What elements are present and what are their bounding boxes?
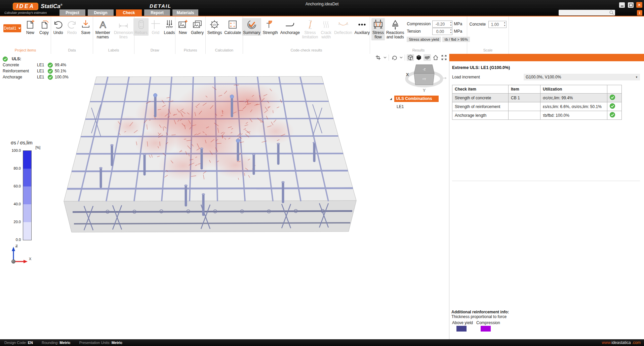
undo-icon xyxy=(52,19,64,30)
save-button[interactable]: Save xyxy=(79,18,92,36)
rotate-right-arrow-icon[interactable] xyxy=(443,77,446,79)
loads-button[interactable]: Loads xyxy=(163,18,176,36)
navigation-cube[interactable]: -Z +Y X Y xyxy=(403,59,448,93)
tension-input[interactable] xyxy=(433,28,447,35)
tab-materials[interactable]: Materials xyxy=(172,9,198,16)
load-increment-dropdown[interactable]: G100.0%, V100.0% ▼ xyxy=(524,74,640,80)
calculate-button[interactable]: + − × ÷ Calculate xyxy=(223,18,242,36)
presentation-units-status[interactable]: Presentation Units: Metric xyxy=(79,341,122,345)
strength-button[interactable]: Strength xyxy=(261,18,279,36)
legend-tick: 60.0 xyxy=(9,184,21,188)
tension-stepper[interactable]: ▲▼ xyxy=(432,28,452,35)
redo-button[interactable]: Redo xyxy=(65,18,79,36)
tb-fbd-toggle[interactable]: τb / fbd > 95% xyxy=(442,37,470,42)
logo-statica: StatiCa® xyxy=(41,3,62,10)
summary-button[interactable]: Summary xyxy=(242,18,261,36)
group-label-data: Data xyxy=(51,48,93,54)
maximize-button[interactable] xyxy=(628,2,634,8)
group-label-calculation: Calculation xyxy=(206,48,243,54)
table-row-anchorage-length[interactable]: Anchorage length τb/fbd: 100.0% xyxy=(452,111,622,120)
gallery-icon xyxy=(192,19,203,30)
cube-front-label: +Y xyxy=(422,77,426,81)
new-project-item-button[interactable]: New xyxy=(24,18,37,36)
deflection-button[interactable]: Deflection xyxy=(333,18,353,36)
undo-button[interactable]: Undo xyxy=(51,18,65,36)
grid-button[interactable]: Grid xyxy=(149,18,162,36)
stress-flow-button[interactable]: Stress flow xyxy=(371,18,385,40)
info-button[interactable]: i xyxy=(637,10,642,15)
concrete-scale-stepper[interactable]: ▲▼ xyxy=(488,21,507,28)
stress-above-yield-toggle[interactable]: Stress above yield xyxy=(407,37,441,42)
compression-stepper[interactable]: ▲▼ xyxy=(432,21,452,28)
dropdown-icon: ▼ xyxy=(635,76,638,79)
crack-width-icon xyxy=(320,19,332,30)
tab-report[interactable]: Report xyxy=(144,9,170,16)
col-header-item: Item xyxy=(509,85,540,94)
spinner-up-icon[interactable]: ▲ xyxy=(450,21,452,24)
clip-tool-dropdown[interactable] xyxy=(383,54,387,61)
uls-load-case: LE1 xyxy=(37,75,46,79)
legend-tick: 20.0 xyxy=(9,220,21,224)
spinner-down-icon[interactable]: ▼ xyxy=(450,24,452,27)
tab-check[interactable]: Check xyxy=(116,9,142,16)
tree-root-row[interactable]: ULS Combinations xyxy=(389,96,439,102)
spinner-down-icon[interactable]: ▼ xyxy=(504,24,506,27)
anchorage-button[interactable]: Anchorage xyxy=(279,18,301,36)
detail-selector-button[interactable]: Detail1 xyxy=(3,24,21,32)
picture-new-button[interactable]: New xyxy=(176,18,190,36)
tree-root-uls-combinations[interactable]: ULS Combinations xyxy=(394,96,439,102)
3d-scene[interactable] xyxy=(0,54,449,339)
copy-button[interactable]: Copy xyxy=(37,18,51,36)
chevron-down-icon xyxy=(384,57,387,59)
auxiliary-button[interactable]: Auxiliary xyxy=(354,18,371,36)
search-input[interactable] xyxy=(559,11,609,15)
concrete-scale-input[interactable] xyxy=(489,21,501,28)
compression-input[interactable] xyxy=(433,21,447,27)
calculate-icon: + − × ÷ xyxy=(227,19,238,30)
title-bar: Anchoring.ideaDet ✕ IDEA StatiCa® DETAIL… xyxy=(0,0,644,16)
check-icon xyxy=(3,57,8,62)
spinner-up-icon[interactable]: ▲ xyxy=(450,28,452,31)
model-viewport[interactable]: ULS: Concrete LE1 99.4% Reinforcement LE… xyxy=(0,54,449,339)
tree-item-le1[interactable]: LE1 xyxy=(397,104,439,109)
stress-limitation-icon xyxy=(305,19,316,30)
settings-button[interactable]: </> Settings xyxy=(206,18,223,36)
rebars-button[interactable]: Rebars xyxy=(133,18,149,36)
col-header-check-item: Check item xyxy=(452,85,509,94)
member-names-button[interactable]: A Member names xyxy=(93,18,113,40)
check-icon xyxy=(48,75,53,80)
rounding-status[interactable]: Rounding: Metric xyxy=(42,341,71,345)
svg-text:×: × xyxy=(230,24,232,28)
anchorage-icon xyxy=(284,19,296,30)
group-label-scale: Scale xyxy=(467,48,509,54)
tab-project[interactable]: Project xyxy=(59,9,85,16)
rotate-tool-button[interactable] xyxy=(391,54,398,61)
expander-icon[interactable] xyxy=(389,97,392,100)
website-link[interactable]: www.ideastatica .com xyxy=(602,340,641,345)
reactions-button[interactable]: Reactions and loads xyxy=(385,18,405,40)
cube-y-label[interactable]: Y xyxy=(423,88,426,93)
ribbon-group-code-check: Summary Strength Anchorage xyxy=(243,16,370,54)
stress-limitation-button[interactable]: Stress limitation xyxy=(301,18,319,40)
ribbon-group-draw: Rebars Grid Loads Draw xyxy=(134,16,175,54)
search-box[interactable] xyxy=(559,10,615,15)
tab-design[interactable]: Design xyxy=(88,9,114,16)
close-button[interactable]: ✕ xyxy=(636,2,642,8)
clip-tool-button[interactable] xyxy=(374,54,382,61)
gallery-button[interactable]: Gallery xyxy=(190,18,205,36)
crack-width-button[interactable]: Crack width xyxy=(319,18,333,40)
tension-label: Tension xyxy=(407,29,431,34)
group-label-project-items: Project items xyxy=(0,48,51,54)
additional-reinforcement-info: Additional reinforcement info: Thickness… xyxy=(451,310,509,332)
table-row-strength-of-reinforcement[interactable]: Strength of reinforcement εs/εs,lim: 6.6… xyxy=(452,102,622,111)
spinner-down-icon[interactable]: ▼ xyxy=(450,31,452,34)
table-row-strength-of-concrete[interactable]: Strength of concrete CB 1 σc/σc,lim: 99.… xyxy=(452,94,622,102)
ribbon-group-data: Undo Redo Save Data xyxy=(51,16,93,54)
minimize-button[interactable] xyxy=(619,2,625,8)
cube-x-label[interactable]: X xyxy=(406,72,409,77)
compression-unit: MPa xyxy=(454,22,462,26)
above-yield-label: Above yield xyxy=(452,320,476,325)
design-code-status[interactable]: Design Code: EN xyxy=(4,341,33,345)
dimension-lines-button[interactable]: Dimension lines xyxy=(113,18,134,40)
spinner-up-icon[interactable]: ▲ xyxy=(504,21,506,24)
